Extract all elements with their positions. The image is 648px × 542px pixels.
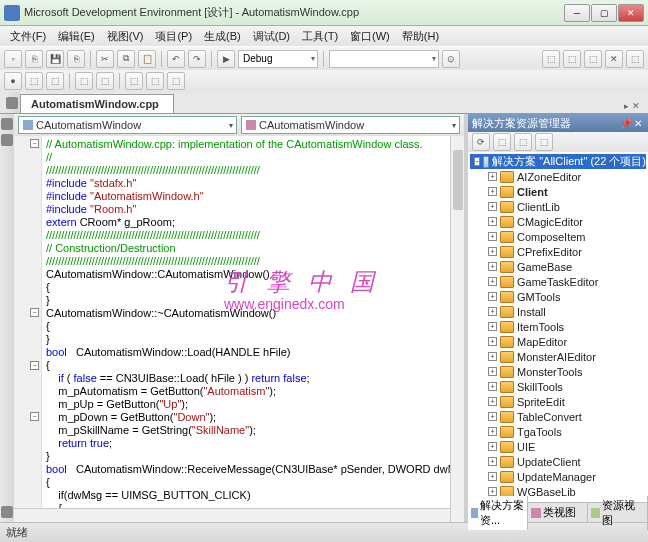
horizontal-scrollbar[interactable] bbox=[14, 508, 450, 522]
solution-root[interactable]: −解决方案 "AllClient" (22 个项目) bbox=[470, 154, 646, 169]
expand-icon[interactable]: + bbox=[488, 262, 497, 271]
cut-button[interactable]: ✂ bbox=[96, 50, 114, 68]
menu-item[interactable]: 项目(P) bbox=[149, 27, 198, 46]
scroll-thumb[interactable] bbox=[453, 150, 463, 210]
tool-d[interactable]: ✕ bbox=[605, 50, 623, 68]
project-node[interactable]: +ComposeItem bbox=[470, 229, 646, 244]
menu-item[interactable]: 视图(V) bbox=[101, 27, 150, 46]
project-node[interactable]: +Install bbox=[470, 304, 646, 319]
class-combo[interactable]: CAutomatismWindow bbox=[18, 116, 237, 134]
tab-list-icon[interactable] bbox=[6, 97, 18, 109]
panel-tab-solution[interactable]: 解决方案资... bbox=[468, 496, 528, 530]
solution-tree[interactable]: −解决方案 "AllClient" (22 个项目)+AIZoneEditor+… bbox=[468, 152, 648, 502]
expand-icon[interactable]: + bbox=[488, 412, 497, 421]
project-node[interactable]: +TableConvert bbox=[470, 409, 646, 424]
platform-dropdown[interactable] bbox=[329, 50, 439, 68]
menu-item[interactable]: 调试(D) bbox=[247, 27, 296, 46]
expand-icon[interactable]: + bbox=[488, 367, 497, 376]
config-dropdown[interactable]: Debug bbox=[238, 50, 318, 68]
project-node[interactable]: +UpdateManager bbox=[470, 469, 646, 484]
project-node[interactable]: +GameBase bbox=[470, 259, 646, 274]
new-button[interactable]: ▫ bbox=[4, 50, 22, 68]
menu-item[interactable]: 帮助(H) bbox=[396, 27, 445, 46]
t2-f[interactable]: ⬚ bbox=[146, 72, 164, 90]
t2-a[interactable]: ⬚ bbox=[25, 72, 43, 90]
expand-icon[interactable]: + bbox=[488, 427, 497, 436]
tab-active[interactable]: AutomatismWindow.cpp bbox=[20, 94, 174, 113]
project-node[interactable]: +CPrefixEditor bbox=[470, 244, 646, 259]
open-button[interactable]: ⎘ bbox=[25, 50, 43, 68]
t2-d[interactable]: ⬚ bbox=[96, 72, 114, 90]
fold-icon[interactable]: − bbox=[30, 412, 39, 421]
fold-icon[interactable]: − bbox=[30, 361, 39, 370]
expand-icon[interactable]: + bbox=[488, 292, 497, 301]
play-button[interactable]: ▶ bbox=[217, 50, 235, 68]
expand-icon[interactable]: + bbox=[488, 247, 497, 256]
expand-icon[interactable]: + bbox=[488, 307, 497, 316]
expand-icon[interactable]: + bbox=[488, 202, 497, 211]
member-combo[interactable]: CAutomatismWindow bbox=[241, 116, 460, 134]
project-node[interactable]: +MapEditor bbox=[470, 334, 646, 349]
toolbox-icon[interactable] bbox=[1, 118, 13, 130]
panel-tab-class[interactable]: 类视图 bbox=[528, 503, 588, 522]
paste-button[interactable]: 📋 bbox=[138, 50, 156, 68]
code-editor[interactable]: − − − − // AutomatismWindow.cpp: impleme… bbox=[14, 136, 464, 522]
menu-item[interactable]: 生成(B) bbox=[198, 27, 247, 46]
undo-button[interactable]: ↶ bbox=[167, 50, 185, 68]
expand-icon[interactable]: + bbox=[488, 322, 497, 331]
t2-g[interactable]: ⬚ bbox=[167, 72, 185, 90]
panel-close-icon[interactable]: ✕ bbox=[632, 118, 644, 129]
copy-button[interactable]: ⧉ bbox=[117, 50, 135, 68]
fold-icon[interactable]: − bbox=[30, 139, 39, 148]
project-node[interactable]: +ClientLib bbox=[470, 199, 646, 214]
project-node[interactable]: +SkillTools bbox=[470, 379, 646, 394]
project-node[interactable]: +MonsterTools bbox=[470, 364, 646, 379]
tool-e[interactable]: ⬚ bbox=[626, 50, 644, 68]
tool-a[interactable]: ⬚ bbox=[542, 50, 560, 68]
expand-icon[interactable]: + bbox=[488, 277, 497, 286]
expand-icon[interactable]: + bbox=[488, 397, 497, 406]
saveall-button[interactable]: ⎘ bbox=[67, 50, 85, 68]
refresh-button[interactable]: ⟳ bbox=[472, 133, 490, 151]
menu-item[interactable]: 窗口(W) bbox=[344, 27, 396, 46]
project-node[interactable]: +AIZoneEditor bbox=[470, 169, 646, 184]
expand-icon[interactable]: + bbox=[488, 172, 497, 181]
project-node[interactable]: +TgaTools bbox=[470, 424, 646, 439]
expand-icon[interactable]: + bbox=[488, 382, 497, 391]
maximize-button[interactable]: ▢ bbox=[591, 4, 617, 22]
tool-c[interactable]: ⬚ bbox=[584, 50, 602, 68]
expand-icon[interactable]: + bbox=[488, 217, 497, 226]
expand-icon[interactable]: + bbox=[488, 187, 497, 196]
find-button[interactable]: ⊙ bbox=[442, 50, 460, 68]
close-button[interactable]: ✕ bbox=[618, 4, 644, 22]
view-button[interactable]: ⬚ bbox=[535, 133, 553, 151]
expand-icon[interactable]: + bbox=[488, 352, 497, 361]
panel-tab-resource[interactable]: 资源视图 bbox=[588, 496, 648, 530]
bp-button[interactable]: ● bbox=[4, 72, 22, 90]
redo-button[interactable]: ↷ bbox=[188, 50, 206, 68]
project-node[interactable]: +MonsterAIEditor bbox=[470, 349, 646, 364]
expand-icon[interactable]: + bbox=[488, 232, 497, 241]
fold-icon[interactable]: − bbox=[30, 308, 39, 317]
expand-icon[interactable]: + bbox=[488, 457, 497, 466]
project-node[interactable]: +ItemTools bbox=[470, 319, 646, 334]
tabs-overflow-icon[interactable]: ▸ ✕ bbox=[620, 99, 644, 113]
save-button[interactable]: 💾 bbox=[46, 50, 64, 68]
expand-icon[interactable]: + bbox=[488, 337, 497, 346]
t2-b[interactable]: ⬚ bbox=[46, 72, 64, 90]
project-node[interactable]: +SpriteEdit bbox=[470, 394, 646, 409]
project-node[interactable]: +UIE bbox=[470, 439, 646, 454]
t2-e[interactable]: ⬚ bbox=[125, 72, 143, 90]
vertical-scrollbar[interactable] bbox=[450, 136, 464, 522]
expand-icon[interactable]: − bbox=[474, 157, 480, 166]
expand-icon[interactable]: + bbox=[488, 472, 497, 481]
tool-b[interactable]: ⬚ bbox=[563, 50, 581, 68]
project-node[interactable]: +GMTools bbox=[470, 289, 646, 304]
project-node[interactable]: +GameTaskEditor bbox=[470, 274, 646, 289]
server-icon[interactable] bbox=[1, 134, 13, 146]
code-content[interactable]: // AutomatismWindow.cpp: implementation … bbox=[46, 138, 450, 522]
menu-item[interactable]: 编辑(E) bbox=[52, 27, 101, 46]
t2-c[interactable]: ⬚ bbox=[75, 72, 93, 90]
project-node[interactable]: +CMagicEditor bbox=[470, 214, 646, 229]
props-icon[interactable] bbox=[1, 506, 13, 518]
